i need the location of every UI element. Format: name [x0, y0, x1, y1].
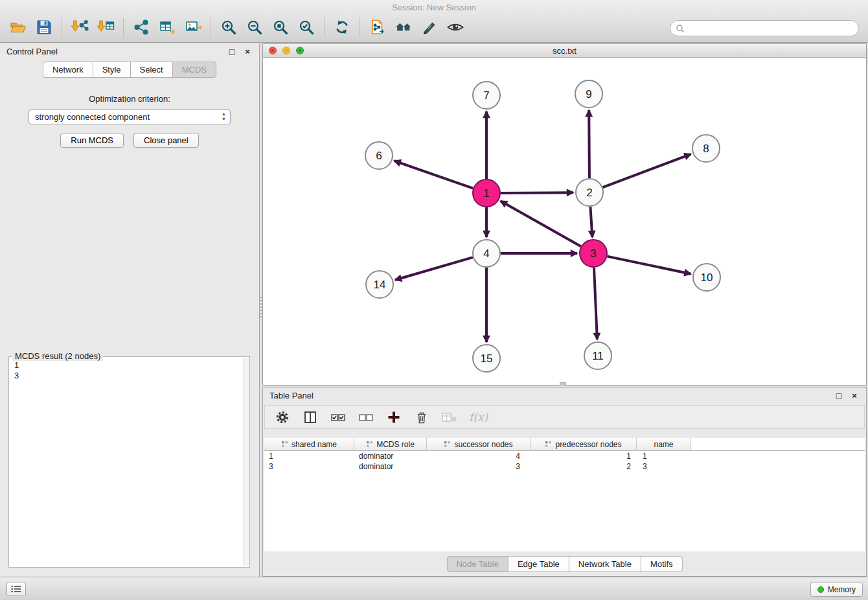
graph-node-8[interactable]: 8: [692, 135, 720, 162]
cell-successor-nodes[interactable]: 4: [427, 452, 531, 461]
tab-select[interactable]: Select: [131, 62, 173, 78]
zoom-selected-icon: [298, 19, 315, 36]
apply-style-button[interactable]: [417, 15, 442, 40]
clone-network-button[interactable]: [365, 15, 391, 40]
cell-shared-name[interactable]: 3: [264, 462, 354, 471]
graph-node-14[interactable]: 14: [366, 271, 393, 298]
first-neighbors-button[interactable]: [391, 15, 417, 40]
delete-row-button[interactable]: [413, 409, 430, 426]
horizontal-splitter-handle[interactable]: [560, 382, 566, 386]
zoom-selected-button[interactable]: [293, 15, 319, 40]
search-box[interactable]: [670, 20, 859, 36]
mcds-result-item[interactable]: 3: [14, 371, 244, 381]
criterion-dropdown[interactable]: strongly connected component ▲▼: [29, 110, 231, 124]
save-session-button[interactable]: [31, 15, 57, 40]
function-builder-button[interactable]: f(x): [469, 409, 488, 426]
zoom-in-button[interactable]: [216, 15, 242, 40]
graph-node-6[interactable]: 6: [365, 142, 393, 169]
result-scrollbar[interactable]: [243, 358, 249, 566]
new-network-button[interactable]: [128, 15, 154, 40]
cell-mcds-role[interactable]: dominator: [354, 462, 427, 471]
graph-edge-3-11[interactable]: [594, 268, 597, 340]
cell-predecessor-nodes[interactable]: 2: [531, 462, 637, 471]
graph-node-15[interactable]: 15: [473, 345, 500, 372]
import-network-file-button[interactable]: [67, 15, 93, 40]
zoom-out-button[interactable]: [242, 15, 268, 40]
import-table-file-button[interactable]: [93, 15, 119, 40]
status-bar: Memory: [0, 577, 868, 600]
network-share-icon: [133, 19, 150, 36]
column-header-shared-name[interactable]: shared name: [264, 438, 354, 451]
attribute-icon: [444, 441, 451, 448]
close-panel-icon[interactable]: ×: [242, 47, 253, 57]
cell-shared-name[interactable]: 1: [264, 452, 354, 461]
zoom-window-icon[interactable]: +: [296, 47, 304, 54]
tab-node-table[interactable]: Node Table: [446, 556, 508, 572]
vertical-splitter-handle[interactable]: [260, 297, 262, 317]
cell-successor-nodes[interactable]: 3: [427, 462, 531, 471]
graph-node-label: 3: [590, 248, 596, 260]
float-table-panel-icon[interactable]: □: [834, 391, 844, 401]
graph-node-3[interactable]: 3: [580, 240, 607, 267]
graph-edge-2-3[interactable]: [590, 207, 592, 237]
apply-layout-button[interactable]: [329, 15, 355, 40]
tab-motifs[interactable]: Motifs: [641, 556, 683, 572]
mcds-result-item[interactable]: 1: [14, 360, 244, 371]
graph-edge-4-14[interactable]: [395, 257, 473, 280]
gear-icon: [275, 410, 290, 424]
add-row-button[interactable]: [385, 409, 402, 426]
dropdown-stepper-icon: ▲▼: [222, 111, 226, 122]
cell-mcds-role[interactable]: dominator: [354, 452, 427, 461]
column-header-predecessor-nodes[interactable]: predecessor nodes: [531, 438, 637, 451]
zoom-in-icon: [220, 19, 237, 36]
close-panel-button[interactable]: Close panel: [133, 133, 199, 148]
close-window-icon[interactable]: ×: [269, 47, 277, 54]
memory-button[interactable]: Memory: [810, 582, 863, 597]
graph-node-9[interactable]: 9: [575, 80, 602, 108]
zoom-fit-button[interactable]: [268, 15, 293, 40]
search-input[interactable]: [688, 23, 853, 33]
open-file-button[interactable]: [5, 15, 31, 40]
show-columns-button[interactable]: [302, 409, 319, 426]
show-graphics-details-button[interactable]: [442, 15, 468, 40]
column-header-successor-nodes[interactable]: successor nodes: [427, 438, 531, 451]
import-table-url-button[interactable]: [154, 15, 180, 40]
graph-node-2[interactable]: 2: [576, 179, 603, 206]
graph-edge-1-6[interactable]: [394, 161, 474, 189]
export-image-button[interactable]: [180, 15, 206, 40]
deselect-all-button[interactable]: [358, 409, 374, 426]
graph-edge-2-8[interactable]: [603, 154, 691, 187]
graph-node-10[interactable]: 10: [693, 264, 720, 291]
graph-node-7[interactable]: 7: [473, 82, 500, 109]
network-graph[interactable]: 7968124314101511: [263, 58, 866, 386]
graph-node-11[interactable]: 11: [584, 342, 611, 369]
cell-predecessor-nodes[interactable]: 1: [531, 452, 637, 461]
network-canvas[interactable]: 7968124314101511: [263, 58, 866, 385]
graph-node-4[interactable]: 4: [473, 240, 500, 267]
close-table-panel-icon[interactable]: ×: [849, 391, 860, 401]
cell-name[interactable]: 3: [637, 462, 691, 471]
tab-edge-table[interactable]: Edge Table: [508, 556, 569, 572]
graph-edge-3-10[interactable]: [608, 257, 691, 274]
graph-node-1[interactable]: 1: [473, 179, 500, 207]
tab-network-table[interactable]: Network Table: [569, 556, 641, 572]
graph-edge-3-1[interactable]: [501, 201, 581, 246]
tab-network[interactable]: Network: [43, 62, 93, 78]
column-header-name[interactable]: name: [637, 438, 691, 451]
cell-name[interactable]: 1: [637, 452, 691, 461]
table-row[interactable]: 1 dominator 4 1 1: [264, 451, 865, 461]
task-history-button[interactable]: [6, 582, 26, 596]
table-settings-button[interactable]: [274, 409, 291, 426]
table-row[interactable]: 3 dominator 3 2 3: [264, 461, 865, 472]
tab-style[interactable]: Style: [93, 62, 131, 78]
select-all-button[interactable]: [330, 409, 347, 426]
delete-table-button[interactable]: [441, 409, 458, 426]
run-mcds-button[interactable]: Run MCDS: [60, 133, 124, 148]
graph-edge-1-2[interactable]: [501, 192, 573, 193]
column-header-mcds-role[interactable]: MCDS role: [354, 438, 427, 451]
float-panel-icon[interactable]: □: [227, 47, 237, 57]
network-window-titlebar[interactable]: × − + scc.txt: [263, 44, 866, 58]
tab-mcds[interactable]: MCDS: [173, 62, 216, 78]
graph-edge-2-9[interactable]: [589, 110, 589, 178]
minimize-window-icon[interactable]: −: [282, 47, 290, 54]
